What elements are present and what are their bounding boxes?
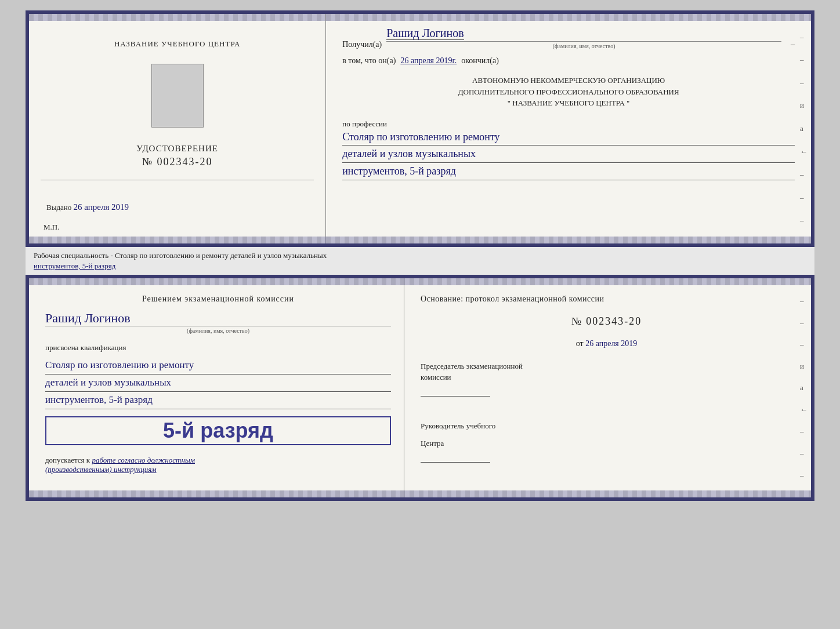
middle-text-prefix: Рабочая специальность - Столяр по изгото…	[34, 251, 327, 260]
profession-line1: Столяр по изготовлению и ремонту	[342, 129, 795, 146]
profession-section: по профессии Столяр по изготовлению и ре…	[342, 118, 795, 180]
issued-prefix: Выдано	[46, 203, 71, 212]
completed-label: окончил(а)	[461, 56, 499, 66]
bottom-fio-sub: (фамилия, имя, отчество)	[45, 326, 391, 334]
decision-text: Решением экзаменационной комиссии	[45, 294, 391, 304]
date-prefix: в том, что он(а)	[342, 56, 396, 66]
middle-label-bar: Рабочая специальность - Столяр по изгото…	[26, 247, 814, 275]
bottom-right-panel: Основание: протокол экзаменационной коми…	[404, 278, 811, 497]
bottom-person-name: Рашид Логинов	[45, 311, 391, 326]
допускается-value: работе согласно должностным	[92, 456, 195, 464]
date-value: 26 апреля 2019г.	[400, 56, 457, 66]
qual-line3: инструментов, 5-й разряд	[45, 392, 391, 409]
protocol-num-value: 002343-20	[586, 315, 642, 327]
cert-left-panel: НАЗВАНИЕ УЧЕБНОГО ЦЕНТРА УДОСТОВЕРЕНИЕ №…	[29, 14, 326, 243]
date-from-prefix: от	[576, 339, 584, 348]
institution-line3: " НАЗВАНИЕ УЧЕБНОГО ЦЕНТРА "	[342, 97, 795, 109]
protocol-prefix: №	[571, 315, 582, 327]
bottom-person-block: Рашид Логинов (фамилия, имя, отчество)	[45, 308, 391, 334]
head-block: Руководитель учебного Центра	[421, 414, 792, 465]
cert-number: № 002343-20	[136, 156, 218, 168]
qualification-label: присвоена квалификация	[45, 343, 391, 352]
institution-line1: АВТОНОМНУЮ НЕКОММЕРЧЕСКУЮ ОРГАНИЗАЦИЮ	[342, 75, 795, 86]
date-line: в том, что он(а) 26 апреля 2019г. окончи…	[342, 56, 795, 66]
top-certificate: НАЗВАНИЕ УЧЕБНОГО ЦЕНТРА УДОСТОВЕРЕНИЕ №…	[26, 10, 814, 247]
institution-line2: ДОПОЛНИТЕЛЬНОГО ПРОФЕССИОНАЛЬНОГО ОБРАЗО…	[342, 86, 795, 98]
head-label1: Руководитель учебного	[421, 421, 792, 431]
right-dashes: – – – и а ← – – –	[800, 14, 808, 243]
head-label2: Центра	[421, 438, 792, 449]
rank-text: 5-й разряд	[52, 419, 384, 443]
chairman-signature	[421, 387, 490, 397]
cert-label: УДОСТОВЕРЕНИЕ	[136, 144, 218, 154]
osnov-text: Основание: протокол экзаменационной коми…	[421, 294, 792, 304]
recipient-line: Получил(а) Рашид Логинов (фамилия, имя, …	[342, 27, 795, 49]
protocol-number: № 002343-20	[421, 315, 792, 328]
protocol-date: от 26 апреля 2019	[421, 339, 792, 348]
qualification-section: Столяр по изготовлению и ремонту деталей…	[45, 357, 391, 409]
qual-line1: Столяр по изготовлению и ремонту	[45, 357, 391, 375]
dash: –	[791, 40, 795, 49]
profession-line3: инструментов, 5-й разряд	[342, 163, 795, 180]
document-container: НАЗВАНИЕ УЧЕБНОГО ЦЕНТРА УДОСТОВЕРЕНИЕ №…	[26, 10, 814, 501]
chairman-block: Председатель экзаменационной комиссии	[421, 361, 792, 398]
profession-line2: деталей и узлов музыкальных	[342, 146, 795, 163]
cert-title-block: УДОСТОВЕРЕНИЕ № 002343-20	[136, 144, 218, 168]
photo-area	[151, 64, 204, 128]
cert-center-name: НАЗВАНИЕ УЧЕБНОГО ЦЕНТРА	[114, 39, 240, 49]
head-signature	[421, 453, 490, 463]
institution-block: АВТОНОМНУЮ НЕКОММЕРЧЕСКУЮ ОРГАНИЗАЦИЮ ДО…	[342, 75, 795, 109]
chairman-label1: Председатель экзаменационной	[421, 361, 792, 372]
profession-label: по профессии	[342, 119, 387, 128]
protocol-date-value: 26 апреля 2019	[585, 339, 637, 348]
recipient-prefix: Получил(а)	[342, 40, 382, 49]
bottom-left-panel: Решением экзаменационной комиссии Рашид …	[29, 278, 404, 497]
mp-label: М.П.	[41, 223, 59, 232]
bottom-certificate: Решением экзаменационной комиссии Рашид …	[26, 275, 814, 501]
issued-date: 26 апреля 2019	[74, 202, 129, 212]
middle-text-underlined: инструментов, 5-й разряд	[34, 261, 115, 270]
fio-sublabel: (фамилия, имя, отчество)	[386, 41, 781, 49]
cert-right-panel: Получил(а) Рашид Логинов (фамилия, имя, …	[326, 14, 811, 243]
rank-box: 5-й разряд	[45, 416, 391, 445]
bottom-right-dashes: – – – и а ← – – –	[800, 278, 808, 497]
issued-line: Выдано 26 апреля 2019	[41, 202, 314, 212]
separator	[41, 180, 314, 180]
chairman-label2: комиссии	[421, 372, 792, 383]
допускается-cont: (производственным) инструкциям	[45, 465, 157, 474]
qual-line2: деталей и узлов музыкальных	[45, 375, 391, 392]
recipient-name: Рашид Логинов	[386, 27, 464, 40]
допускается-prefix: допускается к	[45, 456, 90, 464]
допускается-line: допускается к работе согласно должностны…	[45, 456, 391, 474]
